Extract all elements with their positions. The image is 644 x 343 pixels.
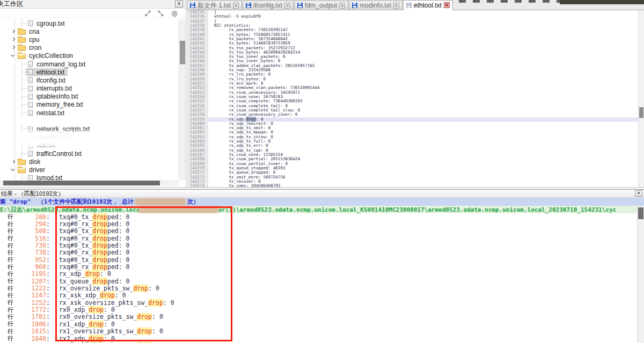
tree-item-disk[interactable]: disk	[0, 158, 179, 166]
result-row[interactable]: 行286:txq#0_tx_dropped: 0	[0, 213, 637, 220]
result-colon: :	[46, 263, 50, 271]
tab-close-icon[interactable]: ✕	[233, 3, 239, 9]
tree-item-stat-txt[interactable]: stat.txt	[0, 141, 179, 150]
tab-label: ethtool.txt	[414, 2, 442, 9]
tree-item-lsmod-txt[interactable]: lsmod.txt	[0, 174, 179, 180]
tab-close-icon[interactable]: ✕	[444, 2, 450, 8]
match-highlight: drop	[137, 313, 152, 320]
chevron-right-icon[interactable]	[10, 36, 16, 43]
tree-item-iptablesinfo-txt[interactable]: iptablesInfo.txt	[0, 93, 179, 101]
result-colon: :	[46, 227, 50, 235]
result-row[interactable]: 行1781:rx0_oversize_pkts_sw_drop: 0	[0, 314, 637, 320]
folder-icon	[18, 160, 26, 165]
results-vscrollbar[interactable]	[637, 206, 644, 343]
result-row[interactable]: 行738:rxq#0_rx_dropped: 0	[0, 249, 637, 256]
results-close-icon[interactable]: ✕	[635, 190, 642, 197]
tree-item-memory-free-txt[interactable]: memory_free.txt	[0, 101, 179, 109]
tree-hscrollbar-thumb[interactable]	[3, 181, 160, 185]
result-row[interactable]: 行294:rxq#0_rx_dropped: 0	[0, 220, 637, 227]
chevron-right-icon[interactable]	[10, 159, 16, 165]
result-row[interactable]: 行1207:tx_queue_dropped: 0	[0, 278, 637, 285]
result-row[interactable]: 行1806:rx1_xdp_drop: 0	[0, 320, 637, 327]
tree-item-driver[interactable]: driver	[0, 166, 179, 174]
result-row[interactable]: 行952:txq#0_tx_dropped: 0	[0, 256, 637, 263]
tree-item-cycliccollection[interactable]: cyclicCollection	[0, 52, 179, 60]
tree-item-cpu[interactable]: cpu	[0, 35, 179, 43]
tree-vscrollbar[interactable]	[179, 19, 186, 180]
result-text: rx0_xdp_drop: 0	[50, 306, 115, 314]
result-colon: :	[46, 327, 50, 335]
result-file-path-line[interactable]: E:\日志\armod0523.odata.ncmp.unicom.loca a…	[0, 206, 644, 213]
tree-hscrollbar[interactable]	[0, 180, 179, 186]
tab-fdm-output[interactable]: fdm_output✕	[294, 1, 348, 10]
tab-ethtool-txt[interactable]: ethtool.txt✕	[403, 0, 453, 10]
tree-item-command-log-txt[interactable]: command_log.txt	[0, 60, 179, 68]
result-row[interactable]: 行1772:rx0_xdp_drop: 0	[0, 306, 637, 313]
tree-item-ethtool-txt[interactable]: ethtool.txt	[0, 68, 179, 76]
tab-close-icon[interactable]: ✕	[284, 3, 290, 9]
code-line[interactable]: 142237{	[187, 19, 638, 24]
result-line-number: 1806	[15, 320, 46, 328]
tab-ifconfig-txt[interactable]: ifconfig.txt✕	[243, 1, 294, 10]
code-text: tx_added_vlan_packets: 205165957165	[208, 64, 638, 68]
file-icon	[28, 61, 33, 67]
result-row[interactable]: 行1247:rx_xsk_xdp_drop: 0	[0, 292, 637, 299]
result-colon: :	[46, 242, 50, 249]
result-row[interactable]: 行960:rxq#0_rx_dropped: 0	[0, 263, 637, 270]
tab--1-txt[interactable]: 新文件 1.txt✕	[187, 1, 242, 10]
results-vscrollbar-thumb[interactable]	[638, 207, 643, 219]
chevron-down-icon[interactable]	[10, 167, 16, 173]
result-row[interactable]: 行1195:rx_xdp_drop: 0	[0, 271, 637, 278]
code-line[interactable]: 142236ethtool -S enp1s0f0	[187, 14, 638, 19]
result-rows: 行286:txq#0_tx_dropped: 0行294:rxq#0_rx_dr…	[0, 213, 637, 343]
result-row[interactable]: 行516:rxq#0_rx_dropped: 0	[0, 235, 637, 242]
match-highlight: drop	[92, 242, 107, 249]
tree-item-label: ifconfig.txt	[35, 77, 67, 84]
tree-item-cna[interactable]: cna	[0, 27, 179, 35]
chevron-right-icon[interactable]	[10, 28, 16, 35]
collapse-all-icon[interactable]: ⤡	[156, 9, 165, 18]
chevron-down-icon[interactable]	[10, 53, 16, 59]
result-row[interactable]: 行1840:rx2_xdp_drop: 0	[0, 335, 637, 342]
result-row[interactable]: 行1252:rx_xsk_oversize_pkts_sw_drop: 0	[0, 299, 637, 306]
result-row[interactable]: 行508:txq#0_tx_dropped: 0	[0, 228, 637, 235]
result-text: tx_queue_dropped: 0	[50, 278, 130, 285]
result-colon: :	[46, 213, 50, 221]
tree-item-netstat-txt[interactable]: netstat.txt	[0, 109, 179, 117]
code-text: tx_xmit_more: 569724756	[208, 175, 638, 180]
tree-item-network-scripts-txt[interactable]: network_scripts.txt	[0, 125, 179, 133]
result-text: txq#0_tx_dropped: 0	[50, 256, 130, 264]
expand-all-icon[interactable]: ⤢	[143, 9, 152, 18]
search-summary-line[interactable]: 索 "drop" （1个文件中匹配到10192次， 总计 次）	[0, 198, 644, 206]
chevron-right-icon[interactable]	[10, 44, 16, 51]
editor-vscrollbar[interactable]	[638, 10, 644, 189]
tree-item-routeinfo-txt[interactable]: routeInfo.txt	[0, 133, 179, 141]
tree-vscrollbar-thumb[interactable]	[180, 41, 185, 64]
result-line-number: 294	[15, 220, 46, 228]
match-highlight: drop	[85, 270, 100, 278]
result-row[interactable]: 行1815:rx1_oversize_pkts_sw_drop: 0	[0, 328, 637, 335]
tree-item-cron[interactable]: cron	[0, 44, 179, 52]
tree-item-interrupts-txt[interactable]: interrupts.txt	[0, 85, 179, 93]
file-icon	[28, 135, 33, 140]
editor-vscrollbar-thumb[interactable]	[639, 107, 643, 118]
result-text: rx1_xdp_drop: 0	[50, 320, 115, 328]
tree-item-trafficcontrol-txt[interactable]: trafficControl.txt	[0, 150, 179, 158]
workspace-close-icon[interactable]: ✕	[175, 1, 183, 8]
tree-item-ifconfig-txt[interactable]: ifconfig.txt	[0, 76, 179, 84]
tab-label: ifconfig.txt	[253, 2, 282, 9]
result-line-number: 516	[15, 235, 46, 242]
file-saved-icon	[352, 3, 357, 8]
result-row[interactable]: 行730:txq#0_tx_dropped: 0	[0, 242, 637, 249]
tab-modinfo-txt[interactable]: modinfo.txt✕	[349, 1, 402, 10]
tab-close-icon[interactable]: ✕	[393, 3, 399, 9]
tab-close-icon[interactable]: ✕	[339, 3, 345, 9]
locate-current-file-icon[interactable]: ◎	[170, 9, 179, 18]
result-colon: :	[46, 320, 50, 328]
result-row[interactable]: 行1222:rx_oversize_pkts_sw_drop: 0	[0, 285, 637, 292]
file-saved-icon	[190, 3, 195, 8]
editor-body[interactable]: 142235}142236ethtool -S enp1s0f0142237{1…	[187, 10, 638, 189]
code-text: rx_xdp_tx_full: 0	[208, 139, 638, 144]
tree-item-cgroup-txt[interactable]: cgroup.txt	[0, 19, 179, 27]
file-icon	[28, 110, 33, 116]
